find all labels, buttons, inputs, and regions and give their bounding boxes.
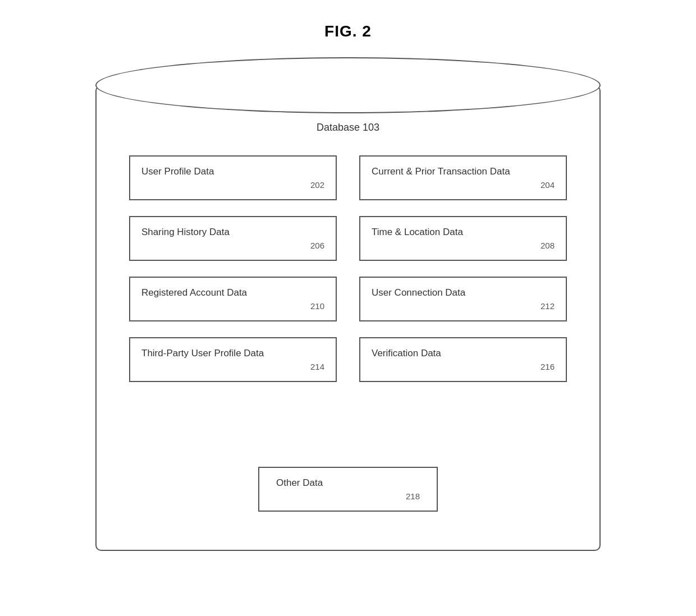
box-number-202: 202 (310, 180, 324, 190)
data-box-206: Sharing History Data206 (129, 216, 337, 261)
box-label-204: Current & Prior Transaction Data (372, 166, 510, 178)
box-number-212: 212 (541, 301, 555, 311)
box-label-216: Verification Data (372, 347, 441, 360)
page-title: FIG. 2 (324, 22, 372, 40)
other-data-number: 218 (406, 491, 420, 501)
data-box-212: User Connection Data212 (359, 277, 567, 321)
other-data-box: Other Data 218 (258, 467, 438, 512)
box-number-214: 214 (310, 362, 324, 371)
database-label: Database 103 (317, 122, 379, 134)
box-label-208: Time & Location Data (372, 226, 463, 238)
box-number-208: 208 (541, 241, 555, 250)
box-number-216: 216 (541, 362, 555, 371)
box-number-206: 206 (310, 241, 324, 250)
data-box-214: Third-Party User Profile Data214 (129, 337, 337, 382)
bottom-box-container: Other Data 218 (258, 467, 438, 512)
box-label-202: User Profile Data (141, 166, 214, 178)
data-grid: User Profile Data202Current & Prior Tran… (129, 155, 567, 382)
data-box-208: Time & Location Data208 (359, 216, 567, 261)
cylinder-top-ellipse (95, 57, 601, 113)
box-number-204: 204 (541, 180, 555, 190)
box-number-210: 210 (310, 301, 324, 311)
data-box-204: Current & Prior Transaction Data204 (359, 155, 567, 200)
box-label-210: Registered Account Data (141, 287, 247, 299)
box-label-212: User Connection Data (372, 287, 465, 299)
data-box-210: Registered Account Data210 (129, 277, 337, 321)
diagram-container: Database 103 User Profile Data202Current… (95, 57, 601, 551)
other-data-label: Other Data (276, 477, 323, 489)
box-label-206: Sharing History Data (141, 226, 230, 238)
data-box-202: User Profile Data202 (129, 155, 337, 200)
data-box-216: Verification Data216 (359, 337, 567, 382)
box-label-214: Third-Party User Profile Data (141, 347, 264, 360)
